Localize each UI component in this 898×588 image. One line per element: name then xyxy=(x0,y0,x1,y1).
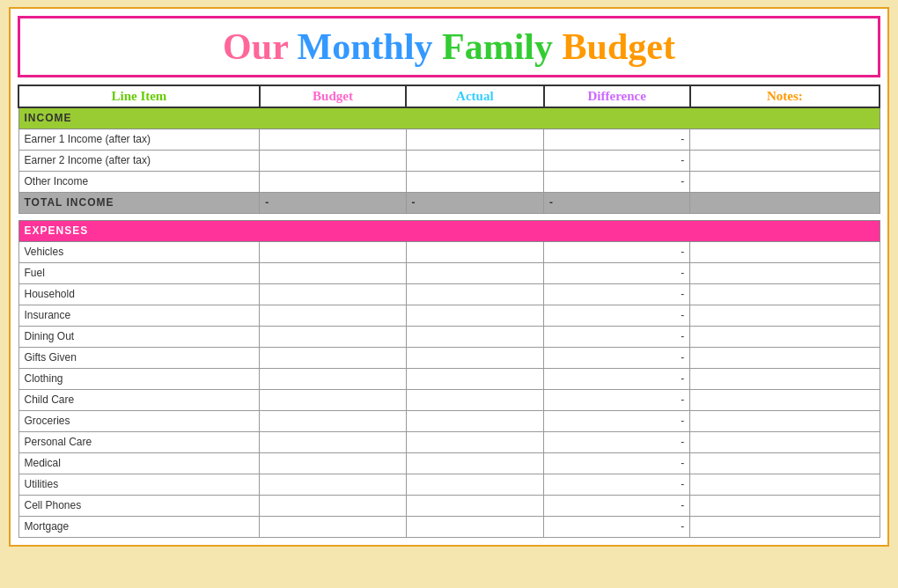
expenses-section-header: EXPENSES xyxy=(18,220,880,241)
expense-notes-2[interactable] xyxy=(690,283,880,305)
expense-budget-10[interactable] xyxy=(260,452,406,474)
expense-notes-13[interactable] xyxy=(690,516,880,537)
expense-budget-13[interactable] xyxy=(260,516,406,537)
income-budget-2[interactable] xyxy=(260,171,406,192)
expense-actual-12[interactable] xyxy=(406,495,543,516)
expense-row: Gifts Given - xyxy=(18,347,880,368)
expense-actual-5[interactable] xyxy=(406,347,543,368)
expense-notes-12[interactable] xyxy=(690,495,880,516)
income-item-2[interactable]: Other Income xyxy=(18,171,260,192)
expense-actual-8[interactable] xyxy=(406,410,543,431)
expense-actual-7[interactable] xyxy=(406,389,543,410)
expense-item-5[interactable]: Gifts Given xyxy=(18,347,260,368)
total-income-notes xyxy=(690,192,880,213)
expense-budget-2[interactable] xyxy=(260,283,406,305)
expense-notes-11[interactable] xyxy=(690,474,880,495)
expense-notes-0[interactable] xyxy=(690,241,880,262)
spacer-row xyxy=(18,213,880,220)
expense-notes-5[interactable] xyxy=(690,347,880,368)
page-title: Our Monthly Family Budget xyxy=(20,26,878,68)
expense-actual-6[interactable] xyxy=(406,368,543,389)
income-row: Other Income - xyxy=(18,171,880,192)
total-income-difference: - xyxy=(544,192,690,213)
expense-row: Household - xyxy=(18,283,880,305)
expense-actual-2[interactable] xyxy=(406,283,543,305)
expense-item-1[interactable]: Fuel xyxy=(18,262,260,283)
expense-notes-7[interactable] xyxy=(690,389,880,410)
total-income-row: TOTAL INCOME - - - xyxy=(18,192,880,213)
expense-actual-3[interactable] xyxy=(406,305,543,326)
expense-budget-12[interactable] xyxy=(260,495,406,516)
income-notes-1[interactable] xyxy=(690,150,880,171)
expense-actual-9[interactable] xyxy=(406,431,543,452)
expense-item-9[interactable]: Personal Care xyxy=(18,431,260,452)
expense-item-0[interactable]: Vehicles xyxy=(18,241,260,262)
expense-budget-7[interactable] xyxy=(260,389,406,410)
header-notes: Notes: xyxy=(690,85,880,107)
income-actual-1[interactable] xyxy=(406,150,543,171)
expense-notes-8[interactable] xyxy=(690,410,880,431)
expense-budget-6[interactable] xyxy=(260,368,406,389)
total-income-actual: - xyxy=(406,192,543,213)
total-income-budget: - xyxy=(260,192,406,213)
expense-item-10[interactable]: Medical xyxy=(18,452,260,474)
expense-item-4[interactable]: Dining Out xyxy=(18,326,260,347)
expense-actual-1[interactable] xyxy=(406,262,543,283)
income-actual-2[interactable] xyxy=(406,171,543,192)
income-section-header: INCOME xyxy=(18,107,880,129)
expense-actual-11[interactable] xyxy=(406,474,543,495)
income-item-0[interactable]: Earner 1 Income (after tax) xyxy=(18,129,260,150)
expense-actual-4[interactable] xyxy=(406,326,543,347)
expense-item-3[interactable]: Insurance xyxy=(18,305,260,326)
total-income-label: TOTAL INCOME xyxy=(18,192,260,213)
header-difference: Difference xyxy=(544,85,690,107)
expense-budget-4[interactable] xyxy=(260,326,406,347)
expense-row: Personal Care - xyxy=(18,431,880,452)
expense-item-11[interactable]: Utilities xyxy=(18,474,260,495)
title-budget: Budget xyxy=(563,26,675,67)
table-header-row: Line Item Budget Actual Difference Notes… xyxy=(18,85,880,107)
expense-row: Vehicles - xyxy=(18,241,880,262)
income-budget-1[interactable] xyxy=(260,150,406,171)
expense-item-12[interactable]: Cell Phones xyxy=(18,495,260,516)
expense-difference-0: - xyxy=(544,241,690,262)
expense-difference-9: - xyxy=(544,431,690,452)
expense-notes-4[interactable] xyxy=(690,326,880,347)
expense-row: Cell Phones - xyxy=(18,495,880,516)
expense-actual-13[interactable] xyxy=(406,516,543,537)
income-notes-0[interactable] xyxy=(690,129,880,150)
expense-budget-11[interactable] xyxy=(260,474,406,495)
expense-item-6[interactable]: Clothing xyxy=(18,368,260,389)
income-budget-0[interactable] xyxy=(260,129,406,150)
expense-notes-9[interactable] xyxy=(690,431,880,452)
expense-notes-10[interactable] xyxy=(690,452,880,474)
expense-difference-8: - xyxy=(544,410,690,431)
expense-budget-8[interactable] xyxy=(260,410,406,431)
income-actual-0[interactable] xyxy=(406,129,543,150)
expense-item-13[interactable]: Mortgage xyxy=(18,516,260,537)
expense-row: Fuel - xyxy=(18,262,880,283)
expense-item-8[interactable]: Groceries xyxy=(18,410,260,431)
expense-difference-6: - xyxy=(544,368,690,389)
expense-item-7[interactable]: Child Care xyxy=(18,389,260,410)
expense-difference-10: - xyxy=(544,452,690,474)
expense-notes-6[interactable] xyxy=(690,368,880,389)
expense-row: Mortgage - xyxy=(18,516,880,537)
expense-row: Child Care - xyxy=(18,389,880,410)
title-box: Our Monthly Family Budget xyxy=(18,16,880,77)
expense-notes-1[interactable] xyxy=(690,262,880,283)
expense-actual-0[interactable] xyxy=(406,241,543,262)
expense-item-2[interactable]: Household xyxy=(18,283,260,305)
expense-budget-9[interactable] xyxy=(260,431,406,452)
expense-row: Insurance - xyxy=(18,305,880,326)
expense-budget-5[interactable] xyxy=(260,347,406,368)
income-notes-2[interactable] xyxy=(690,171,880,192)
expense-budget-1[interactable] xyxy=(260,262,406,283)
expense-row: Medical - xyxy=(18,452,880,474)
expense-budget-3[interactable] xyxy=(260,305,406,326)
income-row: Earner 1 Income (after tax) - xyxy=(18,129,880,150)
expense-actual-10[interactable] xyxy=(406,452,543,474)
expense-budget-0[interactable] xyxy=(260,241,406,262)
income-item-1[interactable]: Earner 2 Income (after tax) xyxy=(18,150,260,171)
expense-notes-3[interactable] xyxy=(690,305,880,326)
